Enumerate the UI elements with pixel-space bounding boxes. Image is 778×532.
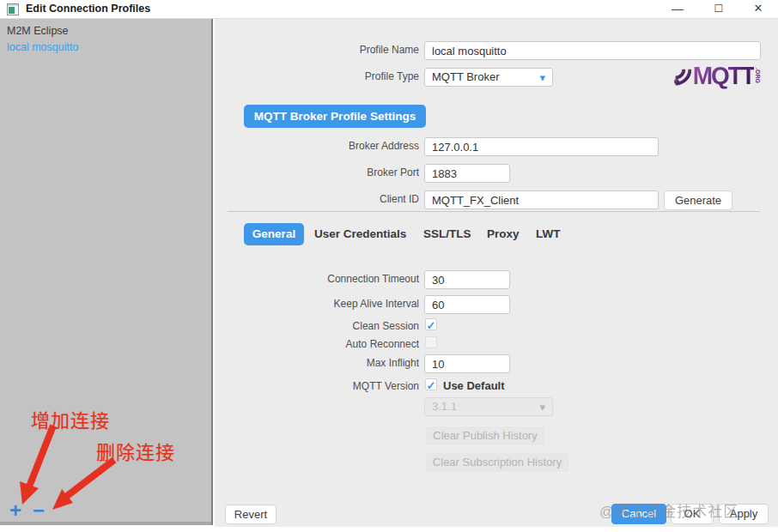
mqtt-version-use-default-checkbox[interactable]: ✓ [425, 378, 437, 390]
profile-type-value: MQTT Broker [432, 70, 500, 83]
connection-timeout-label: Connection Timeout [215, 273, 419, 285]
clear-subscription-history-button: Clear Subscription History [424, 452, 570, 473]
clean-session-checkbox[interactable]: ✓ [425, 318, 437, 330]
titlebar: Edit Connection Profiles — ☐ ✕ [0, 0, 778, 19]
edit-connection-profiles-window: Edit Connection Profiles — ☐ ✕ M2M Eclip… [0, 0, 778, 532]
tab-lwt[interactable]: LWT [536, 223, 561, 245]
mqtt-wave-icon [673, 63, 691, 88]
profiles-sidebar: M2M Eclipse local mosquitto 增加连接 删除连接 + … [0, 19, 213, 525]
profile-name-label: Profile Name [215, 44, 419, 56]
tab-general[interactable]: General [244, 223, 304, 245]
clear-publish-history-button: Clear Publish History [424, 426, 546, 446]
close-icon[interactable]: ✕ [744, 0, 773, 19]
tab-proxy[interactable]: Proxy [487, 223, 520, 245]
sidebar-item-local-mosquitto[interactable]: local mosquitto [7, 41, 78, 53]
generate-button[interactable]: Generate [664, 190, 732, 210]
annotation-add-connection: 增加连接 [31, 405, 110, 432]
remove-connection-button[interactable]: − [33, 501, 45, 520]
mqtt-version-label: MQTT Version [215, 380, 419, 392]
connection-timeout-input[interactable] [424, 270, 510, 289]
client-id-input[interactable] [424, 190, 659, 209]
sidebar-item-m2m-eclipse[interactable]: M2M Eclipse [7, 25, 69, 37]
check-icon: ✓ [427, 319, 436, 332]
minimize-icon[interactable]: — [663, 0, 692, 19]
broker-address-label: Broker Address [215, 140, 419, 152]
window-title: Edit Connection Profiles [26, 3, 150, 15]
clean-session-label: Clean Session [215, 320, 419, 332]
annotation-delete-connection: 删除连接 [96, 437, 175, 464]
chevron-down-icon: ▾ [539, 71, 545, 84]
profile-type-select[interactable]: MQTT Broker ▾ [424, 68, 553, 87]
auto-reconnect-checkbox[interactable]: ✓ [425, 336, 437, 348]
use-default-label: Use Default [443, 379, 505, 392]
chevron-down-icon: ▾ [539, 401, 545, 414]
tab-ssl-tls[interactable]: SSL/TLS [423, 223, 471, 245]
check-icon: ✓ [427, 379, 436, 392]
mqtt-version-value: 3.1.1 [432, 400, 457, 413]
keep-alive-interval-label: Keep Alive Interval [215, 298, 419, 310]
apply-button[interactable]: Apply [719, 504, 769, 524]
app-icon [7, 3, 19, 15]
max-inflight-input[interactable] [424, 354, 510, 373]
auto-reconnect-label: Auto Reconnect [215, 338, 419, 350]
keep-alive-interval-input[interactable] [424, 295, 510, 314]
mqtt-version-select: 3.1.1 ▾ [424, 397, 553, 416]
profile-name-input[interactable] [424, 41, 761, 60]
mqtt-logo: MQTT .ORG [673, 62, 761, 89]
maximize-icon[interactable]: ☐ [704, 0, 733, 19]
max-inflight-label: Max Inflight [215, 357, 419, 369]
mqtt-logo-text: MQTT [693, 63, 754, 88]
add-connection-button[interactable]: + [9, 501, 21, 520]
ok-button[interactable]: OK [671, 504, 714, 524]
broker-port-label: Broker Port [215, 166, 419, 178]
revert-button[interactable]: Revert [225, 505, 277, 524]
broker-address-input[interactable] [424, 137, 659, 156]
profile-type-label: Profile Type [215, 70, 419, 82]
section-divider [228, 211, 760, 212]
cancel-button[interactable]: Cancel [611, 504, 666, 524]
section-header-mqtt-broker-profile-settings: MQTT Broker Profile Settings [244, 105, 426, 128]
client-id-label: Client ID [215, 193, 419, 205]
broker-port-input[interactable] [424, 164, 510, 183]
mqtt-logo-org: .ORG [755, 68, 761, 83]
profile-settings-panel: Profile Name Profile Type MQTT Broker ▾ … [215, 19, 778, 527]
tab-user-credentials[interactable]: User Credentials [314, 223, 406, 245]
